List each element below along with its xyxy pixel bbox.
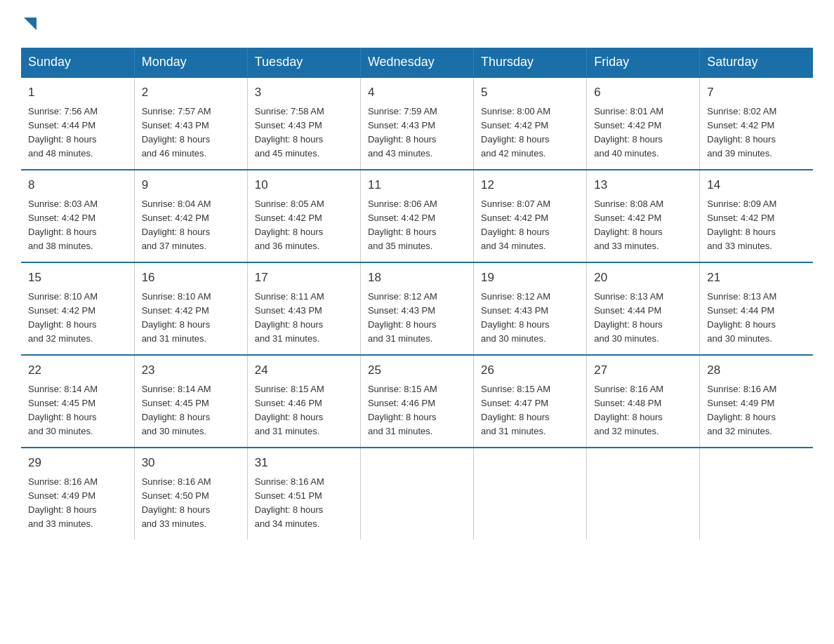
logo-triangle-icon bbox=[24, 14, 37, 34]
day-info: Sunrise: 8:05 AM Sunset: 4:42 PM Dayligh… bbox=[255, 197, 353, 254]
day-number: 22 bbox=[28, 361, 127, 380]
calendar-day-cell: 9 Sunrise: 8:04 AM Sunset: 4:42 PM Dayli… bbox=[134, 170, 247, 262]
day-info: Sunrise: 8:07 AM Sunset: 4:42 PM Dayligh… bbox=[481, 197, 579, 254]
calendar-day-cell: 29 Sunrise: 8:16 AM Sunset: 4:49 PM Dayl… bbox=[21, 448, 134, 539]
day-number: 27 bbox=[594, 361, 692, 380]
day-number: 28 bbox=[707, 361, 806, 380]
day-number: 7 bbox=[707, 83, 806, 102]
day-info: Sunrise: 8:10 AM Sunset: 4:42 PM Dayligh… bbox=[142, 290, 240, 347]
day-info: Sunrise: 8:16 AM Sunset: 4:48 PM Dayligh… bbox=[594, 382, 692, 439]
day-number: 1 bbox=[28, 83, 127, 102]
day-info: Sunrise: 8:08 AM Sunset: 4:42 PM Dayligh… bbox=[594, 197, 692, 254]
calendar-empty-cell bbox=[587, 448, 700, 539]
day-number: 9 bbox=[142, 176, 240, 194]
day-number: 20 bbox=[594, 269, 692, 287]
calendar-day-cell: 24 Sunrise: 8:15 AM Sunset: 4:46 PM Dayl… bbox=[247, 355, 360, 448]
calendar-week-row: 8 Sunrise: 8:03 AM Sunset: 4:42 PM Dayli… bbox=[21, 170, 813, 262]
day-info: Sunrise: 8:15 AM Sunset: 4:47 PM Dayligh… bbox=[481, 382, 579, 439]
calendar-week-row: 22 Sunrise: 8:14 AM Sunset: 4:45 PM Dayl… bbox=[21, 355, 813, 448]
calendar-empty-cell bbox=[700, 448, 813, 539]
day-number: 2 bbox=[142, 83, 240, 102]
day-info: Sunrise: 8:13 AM Sunset: 4:44 PM Dayligh… bbox=[594, 290, 692, 347]
calendar-day-cell: 15 Sunrise: 8:10 AM Sunset: 4:42 PM Dayl… bbox=[21, 262, 134, 355]
page-header bbox=[21, 14, 813, 34]
day-number: 16 bbox=[142, 269, 240, 287]
calendar-day-cell: 13 Sunrise: 8:08 AM Sunset: 4:42 PM Dayl… bbox=[587, 170, 700, 262]
weekday-header-wednesday: Wednesday bbox=[360, 48, 473, 77]
day-number: 3 bbox=[255, 83, 353, 102]
calendar-day-cell: 8 Sunrise: 8:03 AM Sunset: 4:42 PM Dayli… bbox=[21, 170, 134, 262]
day-info: Sunrise: 8:12 AM Sunset: 4:43 PM Dayligh… bbox=[481, 290, 579, 347]
calendar-day-cell: 4 Sunrise: 7:59 AM Sunset: 4:43 PM Dayli… bbox=[360, 77, 473, 170]
calendar-day-cell: 5 Sunrise: 8:00 AM Sunset: 4:42 PM Dayli… bbox=[474, 77, 587, 170]
day-info: Sunrise: 8:01 AM Sunset: 4:42 PM Dayligh… bbox=[594, 105, 692, 161]
day-number: 25 bbox=[368, 361, 466, 380]
day-info: Sunrise: 8:14 AM Sunset: 4:45 PM Dayligh… bbox=[28, 382, 127, 439]
day-number: 14 bbox=[707, 176, 806, 194]
day-number: 17 bbox=[255, 269, 353, 287]
day-info: Sunrise: 8:14 AM Sunset: 4:45 PM Dayligh… bbox=[142, 382, 240, 439]
day-info: Sunrise: 8:10 AM Sunset: 4:42 PM Dayligh… bbox=[28, 290, 127, 347]
calendar-day-cell: 21 Sunrise: 8:13 AM Sunset: 4:44 PM Dayl… bbox=[700, 262, 813, 355]
day-info: Sunrise: 8:12 AM Sunset: 4:43 PM Dayligh… bbox=[368, 290, 466, 347]
calendar-day-cell: 25 Sunrise: 8:15 AM Sunset: 4:46 PM Dayl… bbox=[360, 355, 473, 448]
day-info: Sunrise: 8:16 AM Sunset: 4:49 PM Dayligh… bbox=[28, 475, 127, 532]
day-info: Sunrise: 8:15 AM Sunset: 4:46 PM Dayligh… bbox=[255, 382, 353, 439]
calendar-week-row: 15 Sunrise: 8:10 AM Sunset: 4:42 PM Dayl… bbox=[21, 262, 813, 355]
day-info: Sunrise: 8:16 AM Sunset: 4:50 PM Dayligh… bbox=[142, 475, 240, 532]
day-info: Sunrise: 8:06 AM Sunset: 4:42 PM Dayligh… bbox=[368, 197, 466, 254]
day-number: 4 bbox=[368, 83, 466, 102]
day-info: Sunrise: 8:13 AM Sunset: 4:44 PM Dayligh… bbox=[707, 290, 806, 347]
calendar-day-cell: 27 Sunrise: 8:16 AM Sunset: 4:48 PM Dayl… bbox=[587, 355, 700, 448]
calendar-day-cell: 7 Sunrise: 8:02 AM Sunset: 4:42 PM Dayli… bbox=[700, 77, 813, 170]
calendar-day-cell: 16 Sunrise: 8:10 AM Sunset: 4:42 PM Dayl… bbox=[134, 262, 247, 355]
day-number: 21 bbox=[707, 269, 806, 287]
day-number: 26 bbox=[481, 361, 579, 380]
calendar-day-cell: 17 Sunrise: 8:11 AM Sunset: 4:43 PM Dayl… bbox=[247, 262, 360, 355]
calendar-day-cell: 31 Sunrise: 8:16 AM Sunset: 4:51 PM Dayl… bbox=[247, 448, 360, 539]
day-info: Sunrise: 8:16 AM Sunset: 4:49 PM Dayligh… bbox=[707, 382, 806, 439]
calendar-day-cell: 6 Sunrise: 8:01 AM Sunset: 4:42 PM Dayli… bbox=[587, 77, 700, 170]
weekday-header-tuesday: Tuesday bbox=[247, 48, 360, 77]
day-info: Sunrise: 8:15 AM Sunset: 4:46 PM Dayligh… bbox=[368, 382, 466, 439]
calendar-day-cell: 14 Sunrise: 8:09 AM Sunset: 4:42 PM Dayl… bbox=[700, 170, 813, 262]
day-info: Sunrise: 7:59 AM Sunset: 4:43 PM Dayligh… bbox=[368, 105, 466, 161]
calendar-day-cell: 26 Sunrise: 8:15 AM Sunset: 4:47 PM Dayl… bbox=[474, 355, 587, 448]
day-info: Sunrise: 8:00 AM Sunset: 4:42 PM Dayligh… bbox=[481, 105, 579, 161]
calendar-body: 1 Sunrise: 7:56 AM Sunset: 4:44 PM Dayli… bbox=[21, 77, 813, 539]
calendar-table: SundayMondayTuesdayWednesdayThursdayFrid… bbox=[21, 48, 813, 539]
day-info: Sunrise: 8:09 AM Sunset: 4:42 PM Dayligh… bbox=[707, 197, 806, 254]
weekday-header-saturday: Saturday bbox=[700, 48, 813, 77]
calendar-day-cell: 12 Sunrise: 8:07 AM Sunset: 4:42 PM Dayl… bbox=[474, 170, 587, 262]
weekday-header-friday: Friday bbox=[587, 48, 700, 77]
day-number: 23 bbox=[142, 361, 240, 380]
calendar-day-cell: 19 Sunrise: 8:12 AM Sunset: 4:43 PM Dayl… bbox=[474, 262, 587, 355]
weekday-header-row: SundayMondayTuesdayWednesdayThursdayFrid… bbox=[21, 48, 813, 77]
day-number: 30 bbox=[142, 454, 240, 472]
weekday-header-monday: Monday bbox=[134, 48, 247, 77]
calendar-day-cell: 18 Sunrise: 8:12 AM Sunset: 4:43 PM Dayl… bbox=[360, 262, 473, 355]
logo bbox=[21, 14, 37, 34]
day-info: Sunrise: 8:11 AM Sunset: 4:43 PM Dayligh… bbox=[255, 290, 353, 347]
logo-top bbox=[21, 14, 37, 34]
calendar-day-cell: 10 Sunrise: 8:05 AM Sunset: 4:42 PM Dayl… bbox=[247, 170, 360, 262]
day-info: Sunrise: 8:04 AM Sunset: 4:42 PM Dayligh… bbox=[142, 197, 240, 254]
day-number: 18 bbox=[368, 269, 466, 287]
calendar-day-cell: 30 Sunrise: 8:16 AM Sunset: 4:50 PM Dayl… bbox=[134, 448, 247, 539]
day-info: Sunrise: 8:03 AM Sunset: 4:42 PM Dayligh… bbox=[28, 197, 127, 254]
calendar-week-row: 29 Sunrise: 8:16 AM Sunset: 4:49 PM Dayl… bbox=[21, 448, 813, 539]
day-number: 5 bbox=[481, 83, 579, 102]
calendar-day-cell: 22 Sunrise: 8:14 AM Sunset: 4:45 PM Dayl… bbox=[21, 355, 134, 448]
day-number: 11 bbox=[368, 176, 466, 194]
day-info: Sunrise: 8:16 AM Sunset: 4:51 PM Dayligh… bbox=[255, 475, 353, 532]
calendar-day-cell: 20 Sunrise: 8:13 AM Sunset: 4:44 PM Dayl… bbox=[587, 262, 700, 355]
day-info: Sunrise: 8:02 AM Sunset: 4:42 PM Dayligh… bbox=[707, 105, 806, 161]
day-number: 6 bbox=[594, 83, 692, 102]
day-number: 19 bbox=[481, 269, 579, 287]
day-number: 10 bbox=[255, 176, 353, 194]
day-info: Sunrise: 7:56 AM Sunset: 4:44 PM Dayligh… bbox=[28, 105, 127, 161]
calendar-day-cell: 28 Sunrise: 8:16 AM Sunset: 4:49 PM Dayl… bbox=[700, 355, 813, 448]
calendar-day-cell: 1 Sunrise: 7:56 AM Sunset: 4:44 PM Dayli… bbox=[21, 77, 134, 170]
day-info: Sunrise: 7:58 AM Sunset: 4:43 PM Dayligh… bbox=[255, 105, 353, 161]
calendar-day-cell: 11 Sunrise: 8:06 AM Sunset: 4:42 PM Dayl… bbox=[360, 170, 473, 262]
